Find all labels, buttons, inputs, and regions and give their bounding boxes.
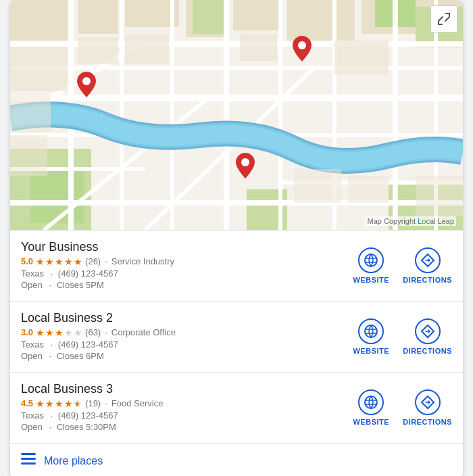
listing-phone-3: (469) 123-4567 <box>58 410 118 421</box>
website-icon-3 <box>358 389 384 415</box>
listing-hours-1: Open · Closes 5PM <box>21 280 340 290</box>
map-pin-1[interactable] <box>77 72 96 100</box>
stars-3: ★★★★★★ <box>36 399 82 408</box>
listing-closes-3: Closes 5:30PM <box>57 422 116 432</box>
listing-phone-1: (469) 123-4567 <box>58 268 118 279</box>
listing-hours-3: Open · Closes 5:30PM <box>21 422 340 432</box>
listing-status-3: Open <box>21 422 43 432</box>
directions-icon-2 <box>415 318 441 344</box>
listing-actions-2: WEBSITE DIRECTIONS <box>353 318 452 355</box>
listing-address-1: Texas · (469) 123-4567 <box>21 268 340 279</box>
listing-address-2: Texas · (469) 123-4567 <box>21 339 340 350</box>
listing-3: Local Business 3 4.5 ★★★★★★ (19) · Food … <box>10 372 463 443</box>
listing-rating-row-3: 4.5 ★★★★★★ (19) · Food Service <box>21 398 340 408</box>
listings-container: Your Business 5.0 ★★★★★ (26) · Service I… <box>10 230 463 443</box>
svg-rect-2 <box>10 0 71 41</box>
directions-icon-1 <box>415 247 441 273</box>
svg-point-46 <box>298 41 306 49</box>
website-icon-1 <box>358 247 384 273</box>
svg-rect-39 <box>334 41 389 74</box>
listing-hours-2: Open · Closes 6PM <box>21 351 340 361</box>
map-copyright: Map Copyright Local Leap <box>366 216 456 226</box>
svg-rect-14 <box>30 169 84 223</box>
review-count-3: (19) <box>85 398 101 408</box>
listing-2: Local Business 2 3.0 ★★★★★ (63) · Corpor… <box>10 301 463 372</box>
svg-point-54 <box>365 396 377 408</box>
listing-name-2: Local Business 2 <box>21 311 340 325</box>
listing-info-1: Your Business 5.0 ★★★★★ (26) · Service I… <box>21 240 340 291</box>
website-icon-2 <box>358 318 384 344</box>
map-svg <box>10 0 463 230</box>
listing-info-2: Local Business 2 3.0 ★★★★★ (63) · Corpor… <box>21 311 340 362</box>
listing-rating-row-1: 5.0 ★★★★★ (26) · Service Industry <box>21 256 340 266</box>
map-area: Map Copyright Local Leap <box>10 0 463 230</box>
listing-address-3: Texas · (469) 123-4567 <box>21 410 340 421</box>
svg-rect-58 <box>21 458 36 460</box>
svg-rect-40 <box>10 95 51 132</box>
category-3: Food Service <box>111 398 164 408</box>
svg-rect-10 <box>193 0 226 34</box>
website-button-2[interactable]: WEBSITE <box>353 318 390 355</box>
listing-phone-2: (469) 123-4567 <box>58 339 118 350</box>
svg-point-51 <box>365 325 377 337</box>
review-count-1: (26) <box>85 256 101 266</box>
rating-num-1: 5.0 <box>21 256 33 266</box>
review-count-2: (63) <box>85 327 101 337</box>
svg-point-48 <box>365 254 377 266</box>
directions-button-1[interactable]: DIRECTIONS <box>403 247 452 284</box>
svg-point-45 <box>82 77 91 85</box>
category-1: Service Industry <box>111 256 174 266</box>
listing-1: Your Business 5.0 ★★★★★ (26) · Service I… <box>10 230 463 301</box>
svg-rect-38 <box>240 34 277 61</box>
website-label-3: WEBSITE <box>353 418 390 426</box>
listing-state-2: Texas <box>21 339 44 350</box>
local-business-card: Map Copyright Local Leap Your Business 5… <box>10 0 463 476</box>
listing-name-3: Local Business 3 <box>21 382 340 396</box>
directions-label-1: DIRECTIONS <box>403 276 452 284</box>
directions-icon-3 <box>415 389 441 415</box>
map-pin-2[interactable] <box>293 36 312 64</box>
svg-rect-6 <box>233 0 280 30</box>
svg-rect-42 <box>294 169 341 203</box>
listing-info-3: Local Business 3 4.5 ★★★★★★ (19) · Food … <box>21 382 340 433</box>
stars-1: ★★★★★ <box>36 257 82 266</box>
listing-name-1: Your Business <box>21 240 340 254</box>
more-places-button[interactable]: More places <box>10 443 463 476</box>
svg-rect-44 <box>416 176 463 216</box>
more-places-label: More places <box>44 455 103 467</box>
svg-rect-41 <box>10 135 47 176</box>
listing-state-1: Texas <box>21 268 44 279</box>
listing-closes-1: Closes 5PM <box>57 280 104 290</box>
directions-label-3: DIRECTIONS <box>403 418 452 426</box>
more-places-icon <box>21 453 36 469</box>
listing-actions-3: WEBSITE DIRECTIONS <box>353 389 452 426</box>
directions-label-2: DIRECTIONS <box>403 347 452 355</box>
website-label-1: WEBSITE <box>353 276 390 284</box>
listing-status-2: Open <box>21 351 43 361</box>
map-expand-button[interactable] <box>430 5 457 32</box>
svg-rect-37 <box>125 34 169 64</box>
category-2: Corporate Office <box>111 327 176 337</box>
svg-rect-57 <box>21 453 36 455</box>
svg-rect-43 <box>348 176 389 203</box>
website-label-2: WEBSITE <box>353 347 390 355</box>
map-pin-3[interactable] <box>236 153 255 181</box>
listing-actions-1: WEBSITE DIRECTIONS <box>353 247 452 284</box>
website-button-3[interactable]: WEBSITE <box>353 389 390 426</box>
svg-rect-36 <box>78 37 118 64</box>
rating-num-3: 4.5 <box>21 398 33 408</box>
directions-button-2[interactable]: DIRECTIONS <box>403 318 452 355</box>
website-button-1[interactable]: WEBSITE <box>353 247 390 284</box>
rating-num-2: 3.0 <box>21 327 33 337</box>
stars-2: ★★★★★ <box>36 328 82 337</box>
listing-closes-2: Closes 6PM <box>57 351 104 361</box>
svg-rect-35 <box>10 47 68 91</box>
svg-rect-7 <box>287 0 355 41</box>
svg-rect-3 <box>78 0 118 34</box>
svg-rect-59 <box>21 462 36 465</box>
listing-state-3: Texas <box>21 410 44 421</box>
listing-rating-row-2: 3.0 ★★★★★ (63) · Corporate Office <box>21 327 340 337</box>
svg-point-47 <box>241 158 249 166</box>
directions-button-3[interactable]: DIRECTIONS <box>403 389 452 426</box>
listing-status-1: Open <box>21 280 43 290</box>
